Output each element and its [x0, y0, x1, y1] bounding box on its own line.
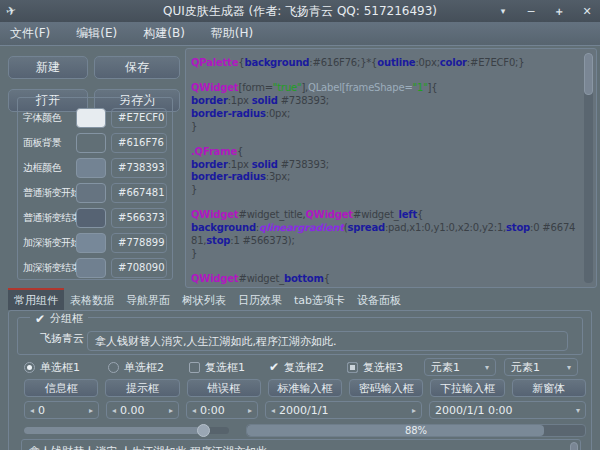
dialog-button-4[interactable]: 密码输入框 [349, 379, 423, 397]
code-token: color [440, 57, 467, 68]
spinbox-value: 2000/1/1 0:00 [435, 404, 572, 417]
chevron-down-icon: ▾ [567, 363, 571, 372]
tab-4[interactable]: 日历效果 [232, 288, 288, 310]
code-token: stop [206, 235, 230, 246]
dialog-button-1[interactable]: 提示框 [105, 379, 179, 397]
tab-5[interactable]: tab选项卡 [288, 288, 351, 310]
chevron-down-icon[interactable]: ▾ [576, 406, 580, 415]
code-line-15 [191, 260, 580, 273]
color-row-2: 边框颜色#738393 [23, 155, 167, 180]
checkbox-1[interactable]: ✔复选框2 [269, 358, 324, 376]
code-token: [form= [238, 82, 272, 93]
spin-right-icon[interactable]: ▸ [248, 406, 252, 415]
dialog-button-6[interactable]: 新窗体 [512, 379, 586, 397]
spinbox-0[interactable]: ◂0▸ [24, 401, 99, 419]
color-swatch[interactable] [76, 108, 106, 128]
radio-1[interactable]: 单选框2 [108, 358, 164, 376]
menu-item-2[interactable]: 构建(B) [143, 25, 185, 42]
spinbox-2[interactable]: ◂0:00▸ [186, 401, 258, 419]
color-row-0: 字体颜色#E7ECF0 [23, 105, 167, 130]
slider-progress-row: 88% [24, 424, 586, 438]
file-button-0[interactable]: 新建 [8, 56, 88, 79]
code-token: } [191, 121, 197, 132]
spinbox-4[interactable]: 2000/1/1 0:00▾ [429, 401, 586, 419]
dialog-button-2[interactable]: 错误框 [187, 379, 261, 397]
color-settings-group: 字体颜色#E7ECF0面板背景#616F76边框颜色#738393普通渐变开始#… [17, 97, 173, 280]
color-swatch[interactable] [76, 158, 106, 178]
code-line-2: QWidget[form="true"],QLabel[frameShape="… [191, 82, 580, 95]
tab-page-common-widgets: ✔ 分组框 飞扬青云 拿人钱财替人消灾,人生江湖如此,程序江湖亦如此. 单选框1… [8, 310, 592, 450]
text-input[interactable]: 拿人钱财替人消灾,人生江湖如此,程序江湖亦如此. [87, 331, 568, 351]
checkbox-label: 复选框3 [363, 360, 403, 375]
spin-left-icon[interactable]: ◂ [271, 406, 275, 415]
horizontal-slider[interactable] [24, 427, 229, 434]
group-box: ✔ 分组框 飞扬青云 拿人钱财替人消灾,人生江湖如此,程序江湖亦如此. [17, 317, 583, 355]
spin-left-icon[interactable]: ◂ [30, 406, 34, 415]
tab-3[interactable]: 树状列表 [176, 288, 232, 310]
combobox-0[interactable]: 元素1▾ [424, 358, 496, 376]
menu-item-0[interactable]: 文件(F) [10, 25, 50, 42]
code-token: :0px; [266, 108, 290, 119]
checkbox-2[interactable]: 复选框3 [347, 358, 403, 376]
spin-right-icon[interactable]: ▸ [169, 406, 173, 415]
minimize-icon[interactable]: ─ [524, 5, 538, 18]
color-hex-value[interactable]: #667481 [111, 183, 167, 203]
checkbox-0[interactable]: 复选框1 [189, 358, 245, 376]
color-hex-value[interactable]: #566373 [111, 208, 167, 228]
dialog-button-3[interactable]: 标准输入框 [268, 379, 342, 397]
code-token: :#E7ECF0;} [467, 57, 525, 68]
color-hex-value[interactable]: #616F76 [111, 133, 167, 153]
code-token: :#616F76;}*{ [309, 57, 377, 68]
radio-0[interactable]: 单选框1 [24, 358, 80, 376]
color-swatch[interactable] [76, 258, 106, 278]
radio-indicator [108, 362, 119, 373]
spin-left-icon[interactable]: ◂ [112, 406, 116, 415]
editor-scrollbar-thumb[interactable] [584, 53, 593, 95]
qss-code-editor[interactable]: QPalette{background:#616F76;}*{outline:0… [185, 48, 597, 288]
textbox-scrollbar-thumb[interactable] [570, 442, 578, 450]
titlebar-menu-icon[interactable]: ▾ [496, 6, 510, 16]
slider-handle[interactable] [197, 424, 210, 437]
spin-right-icon[interactable]: ▸ [89, 406, 93, 415]
menu-bar: 文件(F)编辑(E)构建(B)帮助(H) [0, 22, 600, 46]
menu-item-1[interactable]: 编辑(E) [76, 25, 117, 42]
tab-6[interactable]: 设备面板 [351, 288, 407, 310]
color-hex-value[interactable]: #738393 [111, 158, 167, 178]
editor-scrollbar[interactable] [584, 53, 593, 283]
code-token: bottom [284, 273, 324, 284]
tab-1[interactable]: 表格数据 [64, 288, 120, 310]
spinbox-3[interactable]: ◂2000/1/1▸ [265, 401, 422, 419]
code-token: { [237, 146, 243, 157]
color-swatch[interactable] [76, 208, 106, 228]
color-swatch[interactable] [76, 183, 106, 203]
color-hex-value[interactable]: #E7ECF0 [111, 108, 167, 128]
spinbox-value: 2000/1/1 [279, 404, 408, 417]
code-token: border-radius [191, 171, 266, 182]
tab-0[interactable]: 常用组件 [8, 288, 64, 310]
code-token: :0px; [415, 57, 439, 68]
tab-bar: 常用组件表格数据导航界面树状列表日历效果tab选项卡设备面板 [0, 288, 600, 310]
color-hex-value[interactable]: #708090 [111, 258, 167, 278]
multiline-textbox[interactable]: 拿人钱财替人消灾,人生江湖如此,程序江湖亦如此. [21, 439, 581, 450]
radio-label: 单选框2 [124, 360, 164, 375]
maximize-icon[interactable]: ＋ [552, 4, 566, 19]
file-button-1[interactable]: 保存 [94, 56, 180, 79]
dialog-button-5[interactable]: 下拉输入框 [430, 379, 504, 397]
combobox-1[interactable]: 元素1▾ [504, 358, 578, 376]
code-line-3: border:1px solid #738393; [191, 95, 580, 108]
spin-left-icon[interactable]: ◂ [192, 406, 196, 415]
color-label: 字体颜色 [23, 111, 76, 125]
close-icon[interactable]: ✕ [580, 5, 594, 18]
color-swatch[interactable] [76, 133, 106, 153]
spin-right-icon[interactable]: ▸ [412, 406, 416, 415]
code-token: #widget_title, [238, 209, 305, 220]
menu-item-3[interactable]: 帮助(H) [211, 25, 253, 42]
color-hex-value[interactable]: #778899 [111, 233, 167, 253]
tab-2[interactable]: 导航界面 [120, 288, 176, 310]
code-line-5: } [191, 121, 580, 134]
combobox-value: 元素1 [431, 360, 460, 375]
spinbox-1[interactable]: ◂0.00▸ [106, 401, 179, 419]
dialog-button-0[interactable]: 信息框 [24, 379, 98, 397]
groupbox-checkbox[interactable]: ✔ 分组框 [30, 311, 88, 326]
color-swatch[interactable] [76, 233, 106, 253]
